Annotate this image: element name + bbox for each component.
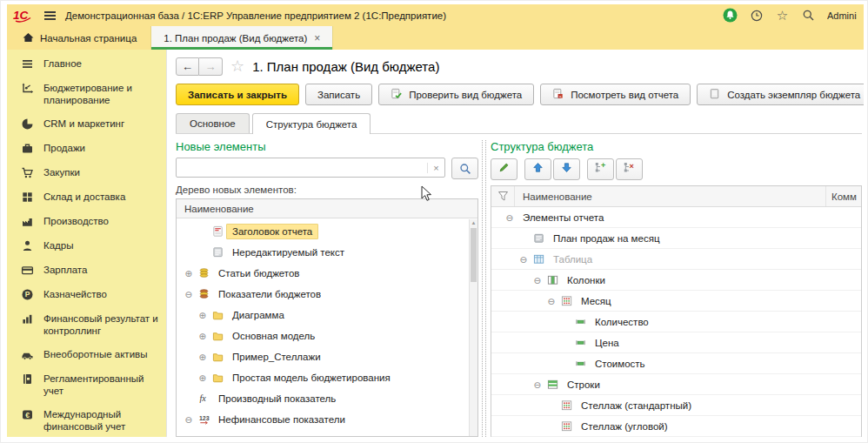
sidebar-item-main[interactable]: Главное [7,52,166,77]
sidebar-item-salary[interactable]: Зарплата [7,258,166,283]
favorite-toggle-star-icon[interactable]: ☆ [230,57,244,76]
bar-chart-icon [20,312,34,326]
expander-minus-icon[interactable]: ⊖ [531,379,544,390]
tree-row-label: Количество [589,314,655,330]
expander-minus-icon[interactable]: ⊖ [517,254,531,265]
close-icon[interactable]: × [314,32,320,44]
expander-plus-icon[interactable]: ⊕ [196,435,210,436]
search-button[interactable] [451,158,478,179]
folder-icon [210,434,226,436]
tree-row[interactable]: ⊕Статьи бюджетов [177,263,477,284]
search-input[interactable] [177,158,427,177]
numeric-indicator-icon: 123 [196,413,212,426]
move-up-button[interactable] [524,158,551,180]
tree-row-label: Стеллаж (угловой) [575,419,674,434]
clear-search-icon[interactable]: × [427,163,444,173]
search-icon[interactable] [801,8,816,23]
tree-row[interactable]: ⊖Элементы отчета [491,207,861,228]
folder-icon [210,330,226,342]
current-user[interactable]: Administrator [827,10,857,21]
tree-row[interactable]: ⊖Строки [491,374,861,395]
window-title: Демонстрационная база / 1С:ERP Управлени… [65,10,446,21]
sidebar-item-production[interactable]: Производство [7,210,166,234]
expander-plus-icon[interactable]: ⊕ [196,310,210,320]
notifications-bell-icon[interactable] [723,8,738,23]
sidebar-item-purchases[interactable]: Закупки [7,161,166,185]
scrollbar[interactable]: ▲ [469,219,477,436]
sidebar-item-finresult[interactable]: Финансовый результат и контроллинг [7,307,166,343]
sidebar-item-assets[interactable]: Внеоборотные активы [7,343,166,367]
indicator-cell-icon [572,316,589,328]
form-tab-0[interactable]: Основное [176,113,250,133]
tree-row[interactable]: Заголовок отчета [177,221,477,242]
expander-minus-icon[interactable]: ⊖ [182,289,196,299]
expander-plus-icon[interactable]: ⊕ [182,268,196,279]
tree-row[interactable]: ⊕Диаграмма [177,305,477,326]
add-node-button[interactable]: + [587,158,614,180]
tree-row[interactable]: Стоимость [491,353,861,374]
tree-row[interactable]: Цена [491,332,861,353]
tree-row[interactable]: ⊖Месяц [491,291,861,312]
column-header-comment[interactable]: Комм [826,191,861,202]
sidebar-item-label: Финансовый результат и контроллинг [43,313,161,337]
tree-row[interactable]: ⊕Группа для модели расчета маржинальной … [177,430,477,436]
expander-plus-icon[interactable]: ⊕ [196,373,210,383]
expander-minus-icon[interactable]: ⊖ [503,212,517,223]
sidebar-item-regulated[interactable]: Регламентированный учет [7,367,166,403]
tree-row[interactable]: ⊖123Нефинансовые показатели [177,409,477,430]
panel-splitter[interactable] [482,140,486,437]
tab-home[interactable]: Начальная страница [9,26,150,50]
sidebar-item-ifrs[interactable]: €Международный финансовый учет [7,403,166,437]
history-clock-icon[interactable] [749,8,764,23]
tree-row[interactable]: План продаж на месяц [491,228,861,249]
column-header-name[interactable]: Наименование [515,186,826,206]
app-window: 1С Демонстрационная база / 1С:ERP Управл… [0,0,868,443]
edit-pencil-button[interactable] [491,158,517,180]
command-button-0[interactable]: Записать и закрыть [176,84,299,105]
tree-row[interactable]: ⊖Таблица [491,249,861,270]
expander-minus-icon[interactable]: ⊖ [531,275,544,285]
delete-node-button[interactable]: × [616,158,643,180]
expander-plus-icon[interactable]: ⊕ [196,352,210,362]
command-button-1[interactable]: Записать [305,84,372,105]
tree-row[interactable]: Стеллаж (стандартный) [491,395,861,416]
back-button[interactable]: ← [176,57,199,76]
report-preview-icon: a [552,88,564,102]
forward-button[interactable]: → [199,57,223,76]
sidebar-item-treasury[interactable]: РКазначейство [7,283,166,307]
command-button-3[interactable]: aПосмотреть вид отчета [540,84,691,105]
expander-minus-icon[interactable]: ⊖ [182,414,196,425]
form-tab-1[interactable]: Структура бюджета [252,113,371,134]
person-icon [20,239,34,252]
tree-row[interactable]: fxПроизводный показатель [177,388,477,409]
fx-icon: fx [196,393,212,405]
favorites-star-icon[interactable]: ☆ [775,8,790,23]
tree-row[interactable]: ⊕Пример_Стеллажи [177,346,477,367]
sidebar-item-sales[interactable]: Продажи [7,137,166,161]
tree-row[interactable]: ⊖Колонки [491,270,861,291]
command-button-4[interactable]: Создать экземпляр бюджета [697,84,864,105]
filter-funnel-icon[interactable] [491,186,515,206]
expander-minus-icon[interactable]: ⊖ [544,296,558,306]
sidebar-item-crm[interactable]: CRM и маркетинг [7,112,166,137]
tab-budget-type[interactable]: 1. План продаж (Вид бюджета) × [150,26,333,50]
move-down-button[interactable] [553,158,580,180]
dimension-grid-icon [558,420,575,433]
expander-plus-icon[interactable]: ⊕ [196,331,210,341]
tree-row[interactable]: Нередактируемый текст [177,242,477,263]
tree-row[interactable]: ⊕Простая модель бюджетирования [177,367,477,388]
column-header-name[interactable]: Наименование [177,199,477,218]
tree-row[interactable]: Количество [491,312,861,332]
euro-icon: € [20,408,34,421]
scrollbar-thumb[interactable] [471,228,477,282]
sidebar-item-hr[interactable]: Кадры [7,234,166,258]
tree-row[interactable]: ⊖Показатели бюджетов [177,284,477,305]
sidebar-item-label: Производство [43,216,109,228]
tree-row[interactable]: Стеллаж (угловой) [491,416,861,437]
svg-text:fx: fx [199,393,206,403]
sidebar-item-warehouse[interactable]: Склад и доставка [7,185,166,210]
command-button-2[interactable]: Проверить вид бюджета [378,84,534,105]
tree-row[interactable]: ⊕Основная модель [177,326,477,346]
sidebar-item-budgeting[interactable]: Бюджетирование и планирование [7,77,166,112]
main-menu-icon[interactable] [43,10,57,22]
